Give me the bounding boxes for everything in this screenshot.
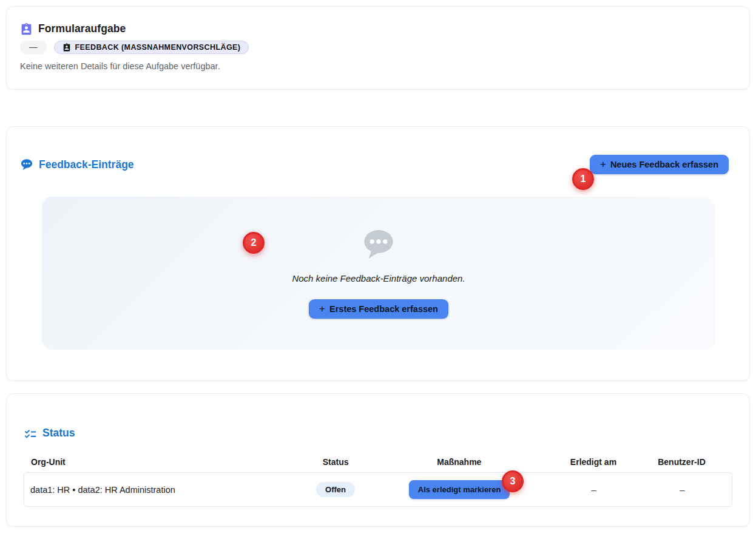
- column-header-status: Status: [308, 457, 364, 467]
- form-task-card: Formularaufgabe — FEEDBACK (MASSNAHMENVO…: [6, 6, 750, 90]
- page-title: Formularaufgabe: [38, 22, 126, 35]
- column-header-org-unit: Org-Unit: [25, 457, 308, 467]
- form-task-pills: — FEEDBACK (MASSNAHMENVORSCHLÄGE): [20, 41, 736, 54]
- annotation-marker-1[interactable]: 1: [572, 168, 594, 190]
- action-cell: Als erledigt markieren: [364, 480, 555, 499]
- page: Formularaufgabe — FEEDBACK (MASSNAHMENVO…: [0, 0, 756, 536]
- task-type-badge: FEEDBACK (MASSNAHMENVORSCHLÄGE): [54, 41, 249, 54]
- task-description: Keine weiteren Details für diese Aufgabe…: [20, 61, 736, 71]
- feedback-card: Feedback-Einträge + Neues Feedback erfas…: [6, 126, 750, 381]
- new-feedback-button[interactable]: + Neues Feedback erfassen: [590, 155, 729, 174]
- status-table-header: Org-Unit Status Maßnahme Erledigt am Ben…: [24, 457, 732, 472]
- chat-icon: [361, 228, 396, 260]
- column-header-erledigt-am: Erledigt am: [555, 457, 632, 467]
- feedback-title-group: Feedback-Einträge: [20, 158, 134, 171]
- mark-done-button[interactable]: Als erledigt markieren: [409, 480, 510, 499]
- assignment-ind-icon: [62, 43, 71, 52]
- first-feedback-button-label: Erstes Feedback erfassen: [329, 304, 438, 314]
- chat-icon: [20, 158, 33, 171]
- task-type-badge-label: FEEDBACK (MASSNAHMENVORSCHLÄGE): [75, 43, 241, 52]
- erledigt-am-cell: –: [555, 484, 632, 495]
- plus-icon: +: [319, 305, 325, 313]
- status-card: Status Org-Unit Status Maßnahme Erledigt…: [6, 393, 750, 527]
- status-title-group: Status: [24, 427, 732, 439]
- empty-state-message: Noch keine Feedback-Einträge vorhanden.: [292, 273, 465, 283]
- status-cell: Offen: [307, 482, 363, 497]
- assignment-ind-icon: [20, 22, 33, 35]
- form-task-header: Formularaufgabe: [20, 22, 736, 35]
- status-section-title: Status: [42, 427, 75, 439]
- benutzer-id-cell: –: [633, 484, 732, 495]
- org-unit-cell: data1: HR • data2: HR Administration: [24, 485, 307, 495]
- status-table: Org-Unit Status Maßnahme Erledigt am Ben…: [24, 457, 732, 507]
- plus-icon: +: [600, 160, 606, 169]
- status-badge: Offen: [316, 482, 355, 497]
- column-header-massnahme: Maßnahme: [364, 457, 555, 467]
- table-row: data1: HR • data2: HR Administration Off…: [24, 472, 732, 507]
- new-feedback-button-label: Neues Feedback erfassen: [610, 160, 718, 169]
- feedback-empty-state: Noch keine Feedback-Einträge vorhanden. …: [42, 197, 715, 350]
- annotation-marker-2[interactable]: 2: [243, 232, 265, 254]
- feedback-header: Feedback-Einträge + Neues Feedback erfas…: [20, 155, 736, 174]
- empty-value-pill: —: [20, 41, 47, 54]
- first-feedback-button[interactable]: + Erstes Feedback erfassen: [309, 299, 448, 319]
- checklist-icon: [24, 427, 37, 439]
- column-header-benutzer-id: Benutzer-ID: [632, 457, 731, 467]
- feedback-section-title: Feedback-Einträge: [39, 158, 134, 171]
- annotation-marker-3[interactable]: 3: [502, 470, 524, 492]
